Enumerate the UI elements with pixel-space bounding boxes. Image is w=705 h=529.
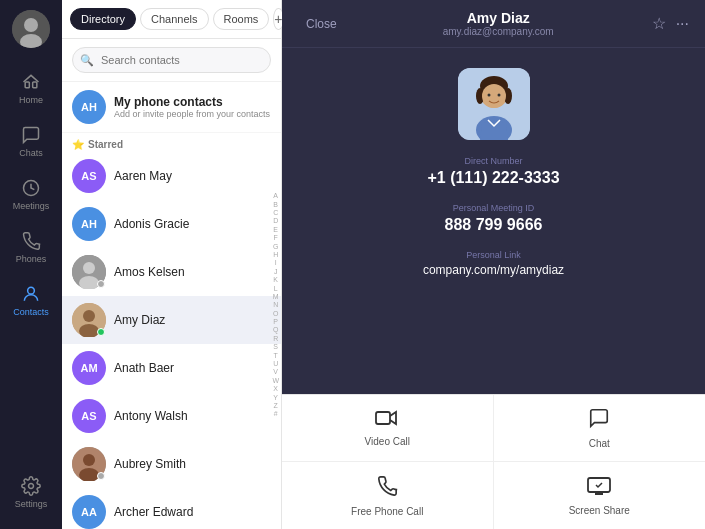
- svg-rect-3: [25, 82, 29, 88]
- sidebar-item-home[interactable]: Home: [0, 62, 62, 115]
- contact-row-anath[interactable]: AM Anath Baer: [62, 344, 281, 392]
- chat-icon: [588, 407, 610, 434]
- status-dot-aubrey: [97, 472, 105, 480]
- contact-avatar-aubrey: [72, 447, 106, 481]
- user-avatar[interactable]: [12, 10, 50, 48]
- free-phone-call-button[interactable]: Free Phone Call: [282, 462, 494, 529]
- sidebar-nav: Home Chats Meetings Phones Contacts Sett…: [0, 0, 62, 529]
- contact-avatar-amy: [72, 303, 106, 337]
- sidebar-item-phones[interactable]: Phones: [0, 221, 62, 274]
- sidebar-item-chats[interactable]: Chats: [0, 115, 62, 168]
- contact-photo: [458, 68, 530, 140]
- contact-row-amos[interactable]: Amos Kelsen: [62, 248, 281, 296]
- contact-detail-panel: Close Amy Diaz amy.diaz@company.com ☆ ··…: [282, 0, 705, 529]
- detail-body: Direct Number +1 (111) 222-3333 Personal…: [282, 48, 705, 394]
- contact-row-amy[interactable]: Amy Diaz: [62, 296, 281, 344]
- contact-row-antony[interactable]: AS Antony Walsh: [62, 392, 281, 440]
- starred-section-label: ⭐ Starred: [62, 133, 281, 152]
- contact-row-adonis[interactable]: AH Adonis Gracie: [62, 200, 281, 248]
- screen-share-button[interactable]: Screen Share: [494, 462, 706, 529]
- contact-avatar-archer: AA: [72, 495, 106, 529]
- svg-point-12: [83, 310, 95, 322]
- video-call-button[interactable]: Video Call: [282, 395, 494, 462]
- phone-call-icon: [376, 475, 398, 502]
- svg-point-6: [28, 287, 35, 294]
- search-icon: 🔍: [80, 54, 94, 67]
- contact-row-aaren[interactable]: AS Aaren May: [62, 152, 281, 200]
- sidebar-item-contacts[interactable]: Contacts: [0, 274, 62, 327]
- meeting-id-block: Personal Meeting ID 888 799 9666: [445, 203, 543, 234]
- contact-avatar-amos: [72, 255, 106, 289]
- contact-avatar-anath: AM: [72, 351, 106, 385]
- contacts-list: AH My phone contacts Add or invite peopl…: [62, 82, 281, 529]
- svg-point-22: [482, 84, 506, 108]
- svg-point-24: [497, 94, 500, 97]
- more-options-button[interactable]: ···: [676, 15, 689, 33]
- tab-rooms[interactable]: Rooms: [213, 8, 270, 30]
- sidebar-item-settings[interactable]: Settings: [0, 466, 62, 519]
- svg-point-7: [29, 484, 34, 489]
- detail-actions: Video Call Chat Free Phone Call: [282, 394, 705, 529]
- svg-point-23: [487, 94, 490, 97]
- contact-detail-email: amy.diaz@company.com: [345, 26, 652, 37]
- contact-detail-name: Amy Diaz: [345, 10, 652, 26]
- star-button[interactable]: ☆: [652, 14, 666, 33]
- alphabet-bar[interactable]: AB CD EF GH IJ KL MN OP QR ST UV WX YZ #: [272, 82, 279, 529]
- svg-rect-4: [33, 82, 37, 88]
- my-phone-avatar: AH: [72, 90, 106, 124]
- chat-button[interactable]: Chat: [494, 395, 706, 462]
- direct-number-block: Direct Number +1 (111) 222-3333: [427, 156, 559, 187]
- close-button[interactable]: Close: [298, 13, 345, 35]
- directory-tabs: Directory Channels Rooms +: [62, 0, 281, 39]
- contact-avatar-antony: AS: [72, 399, 106, 433]
- svg-rect-26: [376, 412, 390, 424]
- search-input[interactable]: [72, 47, 271, 73]
- status-dot-amy: [97, 328, 105, 336]
- video-call-icon: [375, 409, 399, 432]
- screen-share-icon: [587, 476, 611, 501]
- my-phone-contacts[interactable]: AH My phone contacts Add or invite peopl…: [62, 82, 281, 133]
- tab-channels[interactable]: Channels: [140, 8, 208, 30]
- sidebar-item-meetings[interactable]: Meetings: [0, 168, 62, 221]
- star-icon: ⭐: [72, 139, 84, 150]
- search-bar: 🔍: [62, 39, 281, 82]
- svg-point-15: [83, 454, 95, 466]
- tab-directory[interactable]: Directory: [70, 8, 136, 30]
- contact-row-aubrey[interactable]: Aubrey Smith: [62, 440, 281, 488]
- svg-point-9: [83, 262, 95, 274]
- status-dot-amos: [97, 280, 105, 288]
- personal-link-block: Personal Link company.com/my/amydiaz: [423, 250, 564, 277]
- contact-row-archer[interactable]: AA Archer Edward: [62, 488, 281, 529]
- contact-avatar-adonis: AH: [72, 207, 106, 241]
- svg-point-1: [24, 18, 38, 32]
- contact-avatar-aaren: AS: [72, 159, 106, 193]
- directory-panel: Directory Channels Rooms + 🔍 AH My phone…: [62, 0, 282, 529]
- detail-header: Close Amy Diaz amy.diaz@company.com ☆ ··…: [282, 0, 705, 48]
